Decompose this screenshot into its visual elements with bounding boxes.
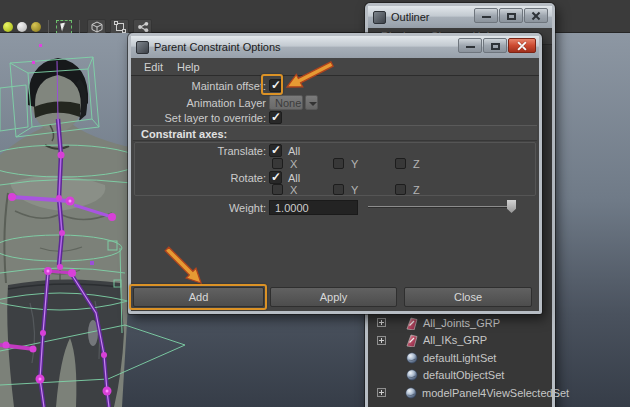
tree-item[interactable]: All_IKs_GRP bbox=[368, 332, 552, 350]
translate-y-label: Y bbox=[351, 158, 358, 170]
translate-all-label: All bbox=[288, 145, 300, 157]
expand-plus-icon[interactable] bbox=[377, 388, 386, 397]
dialog-content: Maintain offset: Animation Layer None Se… bbox=[131, 76, 539, 311]
outliner-tree: All_Joints_GRP All_IKs_GRP defaultLightS… bbox=[368, 314, 552, 402]
dialog-menubar: Edit Help bbox=[131, 58, 539, 76]
weight-label: Weight: bbox=[131, 202, 266, 214]
translate-z-label: Z bbox=[413, 158, 420, 170]
weight-slider-handle[interactable] bbox=[507, 200, 516, 213]
outliner-titlebar[interactable]: Outliner bbox=[368, 6, 552, 28]
translate-x-checkbox[interactable] bbox=[272, 158, 283, 169]
tree-item-label: All_Joints_GRP bbox=[423, 317, 500, 329]
close-button[interactable] bbox=[508, 38, 536, 53]
apply-button[interactable]: Apply bbox=[270, 287, 397, 307]
translate-label: Translate: bbox=[131, 145, 266, 157]
expand-plus-icon[interactable] bbox=[377, 336, 386, 345]
set-layer-override-label: Set layer to override: bbox=[131, 112, 266, 124]
tree-item[interactable]: defaultLightSet bbox=[368, 349, 552, 367]
select-tool-icon[interactable] bbox=[56, 20, 72, 34]
minimize-button[interactable] bbox=[458, 38, 482, 53]
tree-item[interactable]: modelPanel4ViewSelectedSet bbox=[368, 384, 552, 402]
translate-all-checkbox[interactable] bbox=[269, 144, 282, 157]
animation-layer-label: Animation Layer bbox=[131, 97, 266, 109]
cursor-icon bbox=[60, 23, 67, 32]
dialog-app-icon bbox=[136, 41, 149, 54]
render-sphere-olive-icon[interactable] bbox=[31, 22, 41, 32]
outliner-app-icon bbox=[373, 11, 386, 24]
constraint-axes-header: Constraint axes: bbox=[133, 125, 537, 141]
parent-constraint-options-dialog: Parent Constraint Options Edit Help Main… bbox=[128, 33, 542, 314]
maximize-icon bbox=[507, 13, 516, 20]
object-set-icon bbox=[405, 387, 417, 399]
close-dialog-button[interactable]: Close bbox=[404, 287, 532, 307]
weight-input[interactable]: 1.0000 bbox=[269, 200, 358, 215]
render-sphere-yellow-icon[interactable] bbox=[3, 22, 13, 32]
animation-layer-select[interactable]: None bbox=[269, 95, 303, 110]
dialog-title: Parent Constraint Options bbox=[154, 41, 281, 53]
transform-icon bbox=[405, 316, 418, 330]
maximize-button[interactable] bbox=[483, 38, 507, 53]
maximize-button[interactable] bbox=[499, 8, 523, 23]
chevron-down-icon[interactable] bbox=[305, 95, 318, 110]
close-button[interactable] bbox=[524, 8, 548, 23]
render-sphere-white-icon[interactable] bbox=[17, 22, 27, 32]
rotate-z-checkbox[interactable] bbox=[395, 184, 406, 195]
tree-item-label: defaultObjectSet bbox=[423, 369, 504, 381]
rotate-x-label: X bbox=[290, 184, 297, 196]
rotate-all-checkbox[interactable] bbox=[269, 171, 282, 184]
tree-item-label: defaultLightSet bbox=[423, 352, 496, 364]
rotate-y-checkbox[interactable] bbox=[333, 184, 344, 195]
maya-application: Outliner Display Show Help All_Joints_GR… bbox=[0, 0, 630, 407]
tree-item[interactable]: All_Joints_GRP bbox=[368, 314, 552, 332]
tree-item-label: All_IKs_GRP bbox=[423, 334, 487, 346]
rotate-y-label: Y bbox=[351, 184, 358, 196]
outliner-title: Outliner bbox=[391, 11, 430, 23]
menu-edit[interactable]: Edit bbox=[137, 61, 170, 73]
tree-item-label: modelPanel4ViewSelectedSet bbox=[422, 387, 569, 399]
dialog-titlebar[interactable]: Parent Constraint Options bbox=[131, 36, 539, 58]
minimize-icon bbox=[466, 46, 475, 48]
add-button[interactable]: Add bbox=[133, 287, 264, 307]
rotate-z-label: Z bbox=[413, 184, 420, 196]
minimize-icon bbox=[482, 16, 491, 18]
object-set-icon bbox=[406, 369, 418, 381]
rotate-all-label: All bbox=[288, 172, 300, 184]
set-layer-override-checkbox[interactable] bbox=[269, 111, 282, 124]
menu-help[interactable]: Help bbox=[170, 61, 207, 73]
tree-item[interactable]: defaultObjectSet bbox=[368, 367, 552, 385]
rotate-label: Rotate: bbox=[131, 172, 266, 184]
maintain-offset-label: Maintain offset: bbox=[131, 80, 266, 92]
minimize-button[interactable] bbox=[474, 8, 498, 23]
translate-x-label: X bbox=[290, 158, 297, 170]
expand-plus-icon[interactable] bbox=[377, 318, 386, 327]
transform-icon bbox=[405, 333, 418, 347]
weight-slider[interactable] bbox=[368, 206, 516, 208]
object-set-icon bbox=[406, 352, 418, 364]
translate-y-checkbox[interactable] bbox=[333, 158, 344, 169]
maintain-offset-checkbox[interactable] bbox=[269, 79, 282, 92]
rotate-x-checkbox[interactable] bbox=[272, 184, 283, 195]
toolbar-separator bbox=[79, 20, 80, 34]
maximize-icon bbox=[491, 43, 500, 50]
toolbar-separator bbox=[48, 20, 49, 34]
translate-z-checkbox[interactable] bbox=[395, 158, 406, 169]
